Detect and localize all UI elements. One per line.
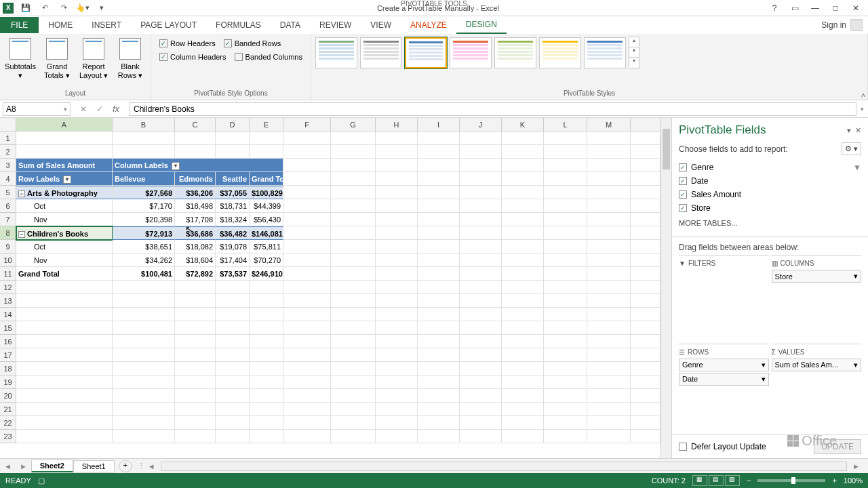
cell[interactable] — [502, 335, 544, 348]
cell[interactable] — [331, 131, 376, 145]
cell[interactable] — [331, 389, 376, 403]
cell[interactable]: $246,910 — [250, 267, 283, 281]
tab-insert[interactable]: INSERT — [82, 17, 131, 33]
cell[interactable] — [631, 416, 660, 430]
col-header-E[interactable]: E — [250, 118, 283, 131]
cell[interactable] — [544, 253, 587, 267]
cell[interactable] — [502, 403, 544, 416]
cell[interactable]: Nov — [16, 213, 113, 226]
cell[interactable] — [418, 253, 460, 267]
enter-formula-icon[interactable]: ✓ — [94, 104, 106, 114]
cell[interactable]: $70,270 — [250, 253, 283, 267]
row-header-1[interactable]: 1 — [0, 131, 16, 145]
cell[interactable] — [418, 199, 460, 213]
cell[interactable] — [216, 308, 250, 321]
cell[interactable] — [283, 199, 331, 213]
cell[interactable] — [460, 131, 502, 145]
cell[interactable] — [587, 348, 631, 362]
cell[interactable] — [331, 335, 376, 348]
cell[interactable] — [544, 375, 587, 389]
rowheaders-checkbox[interactable]: ✓Row Headers — [155, 37, 220, 50]
cell[interactable] — [331, 403, 376, 416]
cell[interactable] — [376, 253, 418, 267]
cell[interactable] — [376, 131, 418, 145]
cell[interactable] — [587, 226, 631, 240]
cell[interactable] — [283, 253, 331, 267]
cell[interactable] — [587, 389, 631, 403]
cell[interactable] — [418, 267, 460, 281]
cell[interactable] — [175, 308, 216, 321]
cell[interactable] — [16, 416, 113, 430]
save-icon[interactable]: 💾 — [19, 3, 33, 12]
formula-expand-icon[interactable]: ▾ — [856, 106, 868, 113]
cell[interactable] — [175, 281, 216, 294]
zoom-level[interactable]: 100% — [844, 476, 863, 485]
cell[interactable] — [113, 321, 175, 335]
tab-pagelayout[interactable]: PAGE LAYOUT — [131, 17, 206, 33]
close-icon[interactable]: ✕ — [849, 3, 863, 13]
cell[interactable] — [544, 145, 587, 159]
cell[interactable] — [175, 416, 216, 430]
cell[interactable] — [502, 375, 544, 389]
cell[interactable] — [544, 348, 587, 362]
cell[interactable] — [113, 362, 175, 375]
cell[interactable] — [175, 294, 216, 308]
cell[interactable] — [283, 362, 331, 375]
cell[interactable] — [16, 321, 113, 335]
cell[interactable] — [216, 321, 250, 335]
row-header-10[interactable]: 10 — [0, 253, 16, 267]
row-header-22[interactable]: 22 — [0, 416, 16, 430]
cell[interactable] — [216, 281, 250, 294]
cell[interactable]: $36,206 — [175, 186, 216, 199]
cell[interactable] — [418, 375, 460, 389]
cell[interactable] — [502, 348, 544, 362]
cell[interactable] — [544, 308, 587, 321]
cell[interactable] — [587, 240, 631, 253]
cell[interactable] — [283, 403, 331, 416]
cell[interactable] — [16, 348, 113, 362]
cell[interactable] — [544, 186, 587, 199]
cell[interactable] — [16, 145, 113, 159]
col-header-M[interactable]: M — [587, 118, 631, 131]
row-header-18[interactable]: 18 — [0, 362, 16, 375]
cell[interactable] — [113, 281, 175, 294]
cell[interactable] — [544, 199, 587, 213]
cell[interactable] — [502, 294, 544, 308]
cell[interactable] — [460, 348, 502, 362]
cell[interactable] — [418, 172, 460, 186]
cell[interactable] — [113, 403, 175, 416]
cell[interactable] — [418, 403, 460, 416]
cell[interactable] — [544, 131, 587, 145]
style-swatch-7[interactable] — [584, 37, 626, 68]
filter-icon[interactable]: ▼ — [853, 163, 861, 172]
vertical-scrollbar[interactable] — [660, 118, 671, 458]
cell[interactable] — [250, 362, 283, 375]
pane-close-icon[interactable]: ✕ — [855, 126, 861, 135]
cell[interactable] — [544, 389, 587, 403]
cell[interactable] — [544, 294, 587, 308]
cell[interactable] — [587, 159, 631, 172]
cell[interactable] — [418, 294, 460, 308]
col-header-I[interactable]: I — [418, 118, 460, 131]
cell[interactable] — [460, 430, 502, 443]
row-header-3[interactable]: 3 — [0, 159, 16, 172]
cell[interactable] — [113, 389, 175, 403]
cell[interactable] — [250, 416, 283, 430]
cell[interactable] — [631, 308, 660, 321]
cell[interactable] — [331, 240, 376, 253]
tab-data[interactable]: DATA — [271, 17, 310, 33]
cell[interactable] — [283, 213, 331, 226]
cell[interactable] — [216, 335, 250, 348]
cell[interactable] — [216, 131, 250, 145]
style-swatch-5[interactable] — [494, 37, 536, 68]
cell[interactable] — [631, 348, 660, 362]
cell[interactable] — [376, 199, 418, 213]
cell[interactable] — [460, 362, 502, 375]
row-item-date[interactable]: Date▾ — [679, 373, 769, 386]
sheet-nav-prev[interactable]: ◄ — [0, 462, 16, 470]
cell[interactable] — [376, 240, 418, 253]
cell[interactable]: Oct — [16, 240, 113, 253]
cancel-formula-icon[interactable]: ✕ — [77, 104, 90, 114]
row-header-14[interactable]: 14 — [0, 308, 16, 321]
cell[interactable] — [502, 321, 544, 335]
